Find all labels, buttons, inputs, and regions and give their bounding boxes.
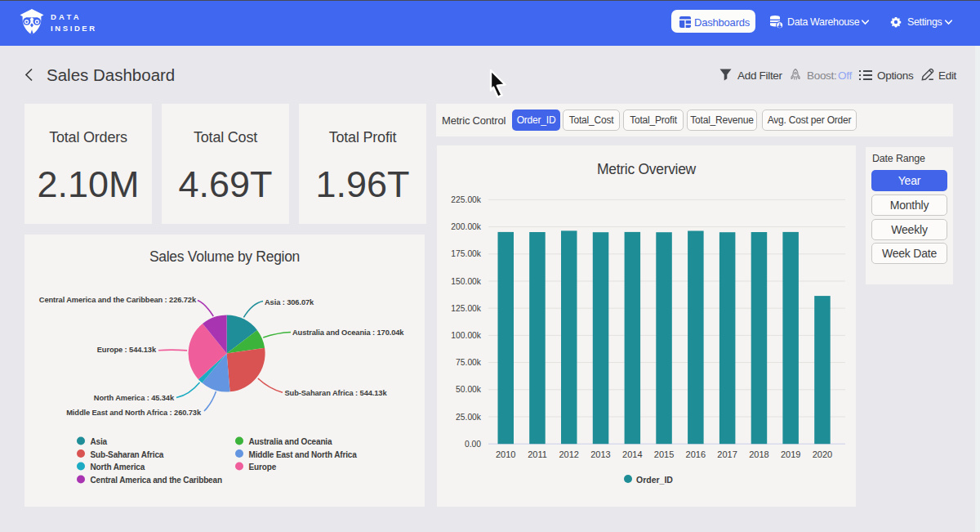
svg-text:North America: North America	[91, 463, 145, 472]
svg-text:175.00k: 175.00k	[451, 249, 481, 258]
svg-text:2016: 2016	[686, 449, 706, 459]
svg-text:Sub-Saharan Africa: Sub-Saharan Africa	[91, 450, 164, 459]
svg-text:2014: 2014	[622, 449, 642, 459]
svg-text:Europe : 544.13k: Europe : 544.13k	[97, 346, 157, 354]
svg-text:2020: 2020	[813, 449, 832, 459]
svg-text:75.00k: 75.00k	[456, 358, 482, 367]
svg-text:2010: 2010	[496, 449, 515, 459]
svg-text:North America : 45.34k: North America : 45.34k	[94, 394, 175, 402]
svg-text:Middle East and North Africa: Middle East and North Africa	[249, 450, 358, 459]
svg-text:Europe: Europe	[249, 463, 277, 472]
svg-text:Asia : 306.07k: Asia : 306.07k	[265, 298, 314, 306]
svg-text:225.00k: 225.00k	[451, 195, 481, 204]
svg-text:Central America and the Caribb: Central America and the Caribbean : 226.…	[39, 296, 197, 304]
svg-text:Australia and Oceania: Australia and Oceania	[249, 437, 332, 446]
svg-text:125.00k: 125.00k	[451, 304, 481, 313]
svg-text:Middle East and North Africa :: Middle East and North Africa : 260.73k	[66, 409, 202, 417]
svg-text:Australia and Oceania : 170.04: Australia and Oceania : 170.04k	[292, 329, 404, 337]
svg-text:50.00k: 50.00k	[456, 385, 482, 394]
svg-text:2015: 2015	[654, 449, 674, 459]
svg-text:Asia: Asia	[91, 437, 108, 446]
svg-text:150.00k: 150.00k	[451, 277, 481, 286]
svg-text:2011: 2011	[528, 449, 547, 459]
svg-text:0.00: 0.00	[465, 440, 481, 449]
svg-text:2017: 2017	[717, 449, 737, 459]
svg-text:Order_ID: Order_ID	[636, 475, 673, 485]
svg-text:2012: 2012	[559, 449, 578, 459]
svg-text:Central America and the Caribb: Central America and the Caribbean	[91, 476, 222, 485]
svg-text:2019: 2019	[781, 449, 800, 459]
svg-text:2018: 2018	[749, 449, 768, 459]
svg-text:100.00k: 100.00k	[451, 331, 481, 340]
svg-text:25.00k: 25.00k	[456, 413, 482, 422]
svg-text:2013: 2013	[590, 449, 610, 459]
svg-text:200.00k: 200.00k	[451, 222, 481, 231]
svg-text:Sub-Saharan Africa : 544.13k: Sub-Saharan Africa : 544.13k	[285, 389, 388, 397]
